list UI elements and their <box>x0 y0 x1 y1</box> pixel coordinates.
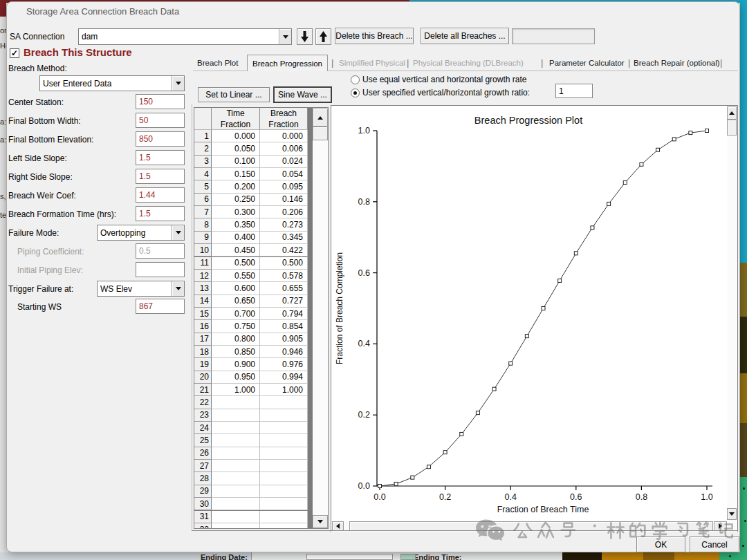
time-fraction-cell[interactable]: 0.450 <box>212 244 260 256</box>
breach-fraction-cell[interactable] <box>260 472 308 485</box>
plot-vscrollbar-up-icon[interactable] <box>727 106 737 120</box>
breach-fraction-cell[interactable]: 0.273 <box>260 218 308 231</box>
table-scrollbar-up-icon[interactable] <box>313 109 328 127</box>
time-fraction-cell[interactable]: 0.650 <box>212 295 260 308</box>
failure-mode-combo[interactable]: Overtopping <box>97 225 185 241</box>
table-scrollbar-thumb[interactable] <box>313 127 328 140</box>
time-fraction-cell[interactable]: 0.850 <box>212 346 260 358</box>
breach-fraction-cell[interactable]: 0.854 <box>260 320 308 333</box>
ok-button[interactable]: OK <box>636 536 685 552</box>
tab-parameter-calculator[interactable]: Parameter Calculator <box>549 59 625 67</box>
delete-this-breach-button[interactable]: Delete this Breach ... <box>335 28 414 44</box>
time-fraction-cell[interactable]: 0.700 <box>212 308 260 320</box>
field-input[interactable]: 1.5 <box>136 150 185 165</box>
breach-fraction-cell[interactable]: 0.206 <box>260 206 308 218</box>
previous-connection-button[interactable] <box>297 28 313 45</box>
breach-fraction-cell[interactable]: 0.024 <box>260 156 308 168</box>
growth-ratio-field[interactable]: 1 <box>555 84 593 98</box>
time-fraction-cell[interactable]: 0.600 <box>212 282 260 295</box>
breach-fraction-cell[interactable]: 0.006 <box>260 142 308 155</box>
breach-fraction-cell[interactable] <box>260 422 308 434</box>
time-fraction-cell[interactable] <box>212 523 260 528</box>
time-fraction-cell[interactable]: 1.000 <box>212 384 260 396</box>
time-fraction-cell[interactable]: 0.300 <box>212 206 260 218</box>
time-fraction-cell[interactable] <box>212 511 260 523</box>
time-fraction-cell[interactable]: 0.750 <box>212 320 260 333</box>
trigger-failure-dropdown-icon[interactable] <box>172 281 184 296</box>
field-input[interactable]: 850 <box>136 131 185 147</box>
breach-fraction-cell[interactable] <box>260 485 308 498</box>
field-input[interactable]: 1.5 <box>136 206 185 221</box>
time-fraction-cell[interactable]: 0.050 <box>212 142 260 155</box>
time-fraction-cell[interactable] <box>212 498 260 510</box>
breach-fraction-cell[interactable] <box>260 523 308 528</box>
set-to-linear-button[interactable]: Set to Linear ... <box>198 87 270 102</box>
breach-fraction-cell[interactable]: 0.976 <box>260 358 308 371</box>
breach-fraction-cell[interactable]: 0.655 <box>260 282 308 295</box>
breach-fraction-cell[interactable] <box>260 498 308 510</box>
breach-fraction-cell[interactable] <box>260 447 308 460</box>
time-fraction-cell[interactable] <box>212 422 260 434</box>
breach-fraction-cell[interactable]: 0.095 <box>260 180 308 193</box>
plot-hscrollbar-thumb[interactable] <box>349 521 713 531</box>
breach-method-combo[interactable]: User Entered Data <box>39 75 185 91</box>
time-fraction-cell[interactable] <box>212 434 260 447</box>
sine-wave-button[interactable]: Sine Wave ... <box>273 86 332 103</box>
breach-fraction-cell[interactable]: 0.345 <box>260 232 308 244</box>
time-fraction-cell[interactable] <box>212 472 260 485</box>
time-fraction-cell[interactable]: 0.550 <box>212 270 260 282</box>
radio-equal-growth-label[interactable]: Use equal vertical and horizontal growth… <box>362 75 526 84</box>
radio-specified-ratio-label[interactable]: User specified vertical/horizontal growt… <box>362 88 530 97</box>
plot-hscrollbar-right-icon[interactable] <box>714 521 727 531</box>
table-scrollbar-track[interactable] <box>313 108 328 528</box>
time-fraction-cell[interactable]: 0.950 <box>212 371 260 384</box>
breach-fraction-cell[interactable]: 0.794 <box>260 308 308 320</box>
breach-fraction-cell[interactable]: 0.422 <box>260 244 308 256</box>
time-fraction-cell[interactable] <box>212 485 260 498</box>
breach-method-dropdown-icon[interactable] <box>172 76 184 91</box>
starting-ws-field[interactable]: 867 <box>136 299 185 314</box>
plot-vscrollbar-thumb[interactable] <box>727 120 737 136</box>
time-fraction-cell[interactable]: 0.000 <box>212 130 260 142</box>
sa-connection-combo[interactable]: dam <box>78 28 292 45</box>
time-fraction-cell[interactable]: 0.100 <box>212 156 260 168</box>
breach-fraction-cell[interactable]: 0.994 <box>260 371 308 384</box>
delete-all-breaches-button[interactable]: Delete all Breaches ... <box>421 28 509 44</box>
time-fraction-cell[interactable] <box>212 460 260 472</box>
plot-hscrollbar-left-icon[interactable] <box>332 521 344 531</box>
breach-fraction-cell[interactable] <box>260 409 308 422</box>
time-fraction-cell[interactable]: 0.400 <box>212 232 260 244</box>
time-fraction-cell[interactable]: 0.150 <box>212 168 260 180</box>
breach-fraction-cell[interactable]: 0.000 <box>260 130 308 142</box>
breach-fraction-cell[interactable]: 0.578 <box>260 270 308 282</box>
radio-equal-growth[interactable] <box>351 75 360 84</box>
trigger-failure-combo[interactable]: WS Elev <box>97 281 185 297</box>
time-fraction-cell[interactable] <box>212 409 260 422</box>
field-input[interactable]: 1.5 <box>136 169 185 184</box>
breach-fraction-cell[interactable]: 0.727 <box>260 295 308 308</box>
field-input[interactable]: 1.44 <box>136 187 185 203</box>
breach-fraction-cell[interactable]: 0.146 <box>260 194 308 206</box>
plot-vscrollbar-down-icon[interactable] <box>727 508 737 520</box>
time-fraction-cell[interactable]: 0.350 <box>212 218 260 231</box>
time-fraction-cell[interactable] <box>212 447 260 460</box>
radio-specified-ratio[interactable] <box>351 88 360 97</box>
tab-breach-plot[interactable]: Breach Plot <box>197 59 238 67</box>
breach-fraction-cell[interactable]: 1.000 <box>260 384 308 396</box>
breach-fraction-cell[interactable] <box>260 511 308 523</box>
tab-breach-progression[interactable]: Breach Progression <box>247 55 328 71</box>
tab-breach-repair[interactable]: Breach Repair (optional) <box>634 59 720 67</box>
breach-fraction-cell[interactable]: 0.500 <box>260 257 308 270</box>
failure-mode-dropdown-icon[interactable] <box>172 225 184 240</box>
sa-connection-dropdown-icon[interactable] <box>279 29 291 44</box>
time-fraction-cell[interactable]: 0.200 <box>212 180 260 193</box>
time-fraction-cell[interactable]: 0.800 <box>212 333 260 346</box>
breach-fraction-cell[interactable]: 0.054 <box>260 168 308 180</box>
cancel-button[interactable]: Cancel <box>690 536 739 552</box>
time-fraction-cell[interactable]: 0.250 <box>212 194 260 206</box>
breach-fraction-cell[interactable] <box>260 396 308 409</box>
breach-fraction-cell[interactable]: 0.905 <box>260 333 308 346</box>
breach-fraction-cell[interactable]: 0.946 <box>260 346 308 358</box>
next-connection-button[interactable] <box>315 28 331 45</box>
time-fraction-cell[interactable]: 0.900 <box>212 358 260 371</box>
